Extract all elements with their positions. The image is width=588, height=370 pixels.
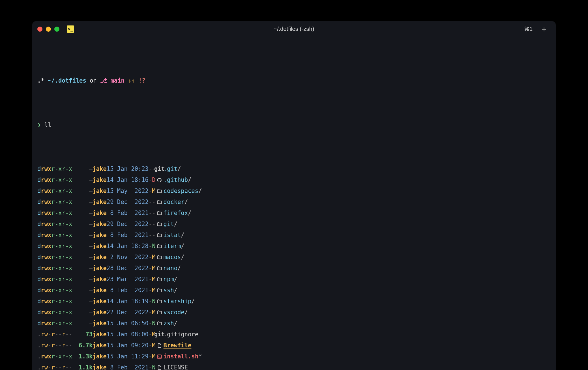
- file-date: 8 Feb 2021: [107, 285, 149, 296]
- file-size: –: [72, 197, 93, 208]
- git-status-flag: -N: [149, 241, 156, 252]
- file-name: install.sh*: [164, 351, 202, 362]
- file-name: Brewfile: [164, 340, 192, 351]
- permissions: drwxr-xr-x: [37, 164, 72, 175]
- file-owner: jake: [93, 186, 106, 197]
- list-item: drwxr-xr-x – jake 23 Mar 2021 -M npm/: [37, 274, 551, 285]
- tab-shell-icon[interactable]: >_: [67, 25, 74, 33]
- file-date: 14 Jan 18:16: [107, 175, 149, 186]
- list-item: drwxr-xr-x – jake 2 Nov 2022 -M macos/: [37, 252, 551, 263]
- file-date: 15 Jan 11:29: [107, 351, 149, 362]
- file-date: 8 Feb 2021: [107, 362, 149, 370]
- git-status-flag: -M: [149, 307, 156, 318]
- git-status-flag: -D: [149, 175, 156, 186]
- command-line-1: ❯ ll: [37, 119, 551, 130]
- file-name: iterm/: [164, 241, 184, 252]
- file-size: 73: [72, 329, 93, 340]
- list-item: drwxr-xr-x – jake 15 May 2022 -M codespa…: [37, 186, 551, 197]
- git-dirty: !?: [138, 77, 145, 84]
- minimize-button[interactable]: [46, 27, 51, 32]
- file-size: 1.3k: [72, 351, 93, 362]
- file-date: 15 Jan 06:50: [107, 318, 149, 329]
- file-date: 2 Nov 2022: [107, 252, 149, 263]
- zoom-button[interactable]: [54, 27, 59, 32]
- git-status-flag: -M: [149, 340, 156, 351]
- git-status-flag: -M: [149, 274, 156, 285]
- list-item: .rw-r--r-- 6.7k jake 15 Jan 09:20 -M Bre…: [37, 340, 551, 351]
- file-owner: jake: [93, 252, 106, 263]
- folder-icon: [156, 266, 164, 271]
- permissions: drwxr-xr-x: [37, 263, 72, 274]
- list-item: .rw-r--r-- 1.1k jake 8 Feb 2021 -N LICEN…: [37, 362, 551, 370]
- list-item: drwxr-xr-x – jake 8 Feb 2021 -- firefox/: [37, 208, 551, 219]
- file-owner: jake: [93, 318, 106, 329]
- file-owner: jake: [93, 351, 106, 362]
- git-status-flag: -M: [149, 351, 156, 362]
- git-status-flag: -M: [149, 186, 156, 197]
- file-date: 15 Jan 09:20: [107, 340, 149, 351]
- file-owner: jake: [93, 274, 106, 285]
- list-item: drwxr-xr-x – jake 15 Jan 20:23 -- git.gi…: [37, 164, 551, 175]
- permissions: drwxr-xr-x: [37, 285, 72, 296]
- file-owner: jake: [93, 263, 106, 274]
- git-status-flag: -M: [149, 285, 156, 296]
- file-date: 15 May 2022: [107, 186, 149, 197]
- folder-icon: [156, 244, 164, 249]
- file-name: nano/: [164, 263, 181, 274]
- prompt-chevron: ❯: [37, 121, 41, 128]
- git-status-flag: -M: [149, 252, 156, 263]
- file-name: codespaces/: [164, 186, 202, 197]
- file-date: 23 Mar 2021: [107, 274, 149, 285]
- file-name: ssh/: [164, 285, 177, 296]
- file-name: macos/: [164, 252, 184, 263]
- file-name: .git/: [164, 164, 181, 175]
- file-name: starship/: [164, 296, 195, 307]
- file-name: zsh/: [164, 318, 177, 329]
- permissions: .rw-r--r--: [37, 329, 72, 340]
- file-name: git/: [164, 219, 177, 230]
- permissions: drwxr-xr-x: [37, 208, 72, 219]
- file-size: –: [72, 285, 93, 296]
- git-status-flag: --: [149, 230, 156, 241]
- file-name: LICENSE: [164, 362, 188, 370]
- folder-icon: [156, 188, 164, 194]
- list-item: drwxr-xr-x – jake 29 Dec 2022 -- docker/: [37, 197, 551, 208]
- file-name: firefox/: [164, 208, 192, 219]
- folder-icon: [156, 277, 164, 282]
- new-tab-button[interactable]: +: [537, 21, 551, 37]
- permissions: drwxr-xr-x: [37, 241, 72, 252]
- permissions: drwxr-xr-x: [37, 318, 72, 329]
- file-size: –: [72, 186, 93, 197]
- prompt-hostmark: .*: [37, 77, 44, 84]
- file-size: –: [72, 230, 93, 241]
- permissions: .rwxr-xr-x: [37, 351, 72, 362]
- file-owner: jake: [93, 164, 106, 175]
- titlebar: >_ ~/.dotfiles (-zsh) ⌘1 +: [32, 21, 556, 37]
- permissions: .rw-r--r--: [37, 362, 72, 370]
- file-icon: [156, 365, 164, 370]
- file-name: npm/: [164, 274, 177, 285]
- folder-icon: [156, 210, 164, 216]
- file-size: –: [72, 164, 93, 175]
- git-branch: main: [111, 77, 125, 84]
- terminal-body[interactable]: .* ~/.dotfiles on ⎇ main ⇣⇡ !? ❯ ll drwx…: [32, 37, 556, 370]
- tab-shortcut: ⌘1: [520, 26, 537, 32]
- permissions: drwxr-xr-x: [37, 274, 72, 285]
- permissions: drwxr-xr-x: [37, 230, 72, 241]
- file-listing: drwxr-xr-x – jake 15 Jan 20:23 -- git.gi…: [37, 164, 551, 370]
- file-size: 1.1k: [72, 362, 93, 370]
- file-size: –: [72, 219, 93, 230]
- close-button[interactable]: [37, 27, 42, 32]
- file-size: –: [72, 263, 93, 274]
- file-owner: jake: [93, 197, 106, 208]
- folder-icon: [156, 321, 164, 326]
- permissions: drwxr-xr-x: [37, 197, 72, 208]
- command: ll: [44, 121, 51, 128]
- file-owner: jake: [93, 329, 106, 340]
- traffic-lights: [37, 27, 59, 32]
- git-text-icon: git: [156, 329, 164, 340]
- folder-icon: [156, 221, 164, 227]
- git-status-flag: -N: [149, 296, 156, 307]
- file-name: vscode/: [164, 307, 188, 318]
- file-name: .gitignore: [164, 329, 198, 340]
